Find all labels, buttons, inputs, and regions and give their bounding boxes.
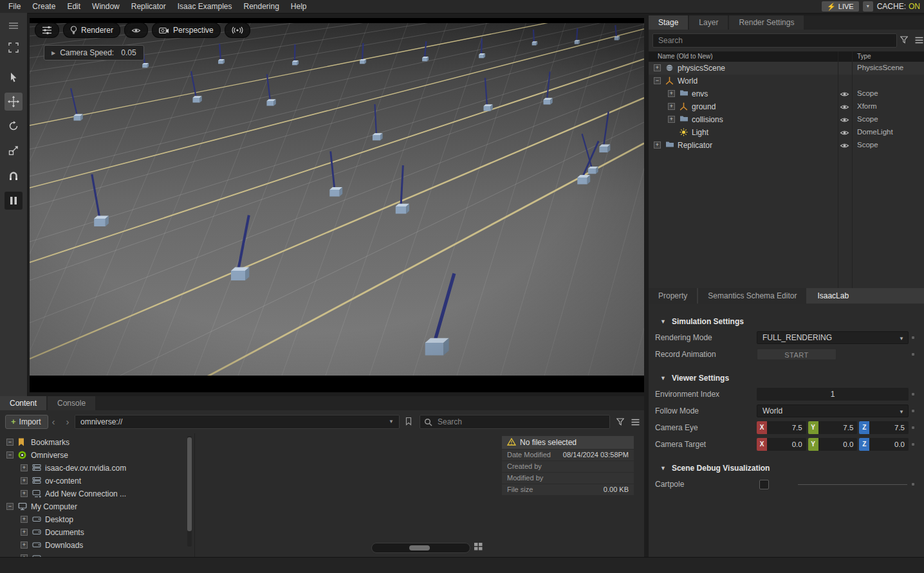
menu-rendering[interactable]: Rendering: [237, 0, 284, 13]
column-name[interactable]: Name (Old to New): [658, 51, 713, 62]
cartpole-checkbox[interactable]: [759, 480, 769, 489]
axis-value[interactable]: 0.0: [818, 438, 858, 451]
expander-icon[interactable]: +: [654, 141, 661, 149]
content-tab-console[interactable]: Console: [48, 396, 95, 410]
expander-icon[interactable]: +: [21, 529, 28, 536]
axis-value[interactable]: 7.5: [869, 421, 909, 434]
section-header-viewer-settings[interactable]: ▼Viewer Settings: [649, 370, 924, 386]
tree-row-add-new-connection[interactable]: +Add New Connection ...: [0, 487, 193, 500]
options-menu-icon[interactable]: [915, 37, 923, 46]
tree-row-ov-content[interactable]: +ov-content: [0, 475, 193, 487]
reset-indicator[interactable]: [912, 353, 914, 356]
stage-tab-render-settings[interactable]: Render Settings: [729, 15, 804, 30]
tree-row-documents[interactable]: +Documents: [0, 526, 193, 539]
tree-row-bookmarks[interactable]: −Bookmarks: [0, 436, 193, 449]
pause-button[interactable]: [5, 192, 23, 210]
stage-tab-stage[interactable]: Stage: [649, 15, 688, 30]
chevron-down-icon[interactable]: ▼: [389, 419, 394, 424]
menu-file[interactable]: File: [3, 0, 26, 13]
section-header-simulation-settings[interactable]: ▼Simulation Settings: [649, 314, 924, 329]
grid-view-toggle-icon[interactable]: [474, 542, 483, 552]
menu-isaac-examples[interactable]: Isaac Examples: [172, 0, 238, 13]
camera-eye-z-field[interactable]: Z7.5: [859, 421, 909, 434]
camera-target-y-field[interactable]: Y0.0: [808, 438, 858, 451]
follow-mode-dropdown[interactable]: World▼: [757, 405, 909, 417]
expander-icon[interactable]: +: [668, 103, 675, 110]
forward-button[interactable]: ›: [62, 415, 73, 429]
menu-edit[interactable]: Edit: [61, 0, 86, 13]
reset-indicator[interactable]: [912, 426, 914, 429]
camera-target-z-field[interactable]: Z0.0: [859, 438, 909, 451]
menu-help[interactable]: Help: [285, 0, 313, 13]
tree-row-isaac-dev-ov-nvidia-com[interactable]: +isaac-dev.ov.nvidia.com: [0, 462, 193, 475]
visibility-eye-icon[interactable]: [840, 116, 849, 125]
expander-icon[interactable]: −: [6, 439, 14, 446]
axis-value[interactable]: 0.0: [869, 438, 909, 451]
camera-eye-x-field[interactable]: X7.5: [757, 421, 806, 434]
toolbar-menu-button[interactable]: [5, 17, 23, 35]
live-button[interactable]: ⚡ LIVE: [822, 1, 859, 12]
property-tab-property[interactable]: Property: [649, 288, 697, 304]
content-search-input[interactable]: [436, 417, 609, 427]
expander-icon[interactable]: −: [6, 503, 14, 510]
visibility-eye-icon[interactable]: [840, 142, 849, 151]
stage-row-replicator[interactable]: +ReplicatorScope: [649, 139, 924, 152]
expander-icon[interactable]: +: [21, 516, 28, 523]
reset-indicator[interactable]: [912, 443, 914, 446]
visibility-eye-icon[interactable]: [840, 129, 849, 138]
expander-icon[interactable]: −: [6, 451, 14, 459]
viewport-3d[interactable]: Renderer Perspective ▶ Camera Speed: 0.0…: [30, 18, 644, 392]
scrollbar-thumb[interactable]: [187, 437, 192, 531]
environment-index-field[interactable]: 1: [757, 388, 909, 401]
stage-row-world[interactable]: −World: [649, 75, 924, 87]
filter-funnel-icon[interactable]: [616, 418, 624, 428]
camera-target-x-field[interactable]: X0.0: [757, 438, 806, 451]
rotate-tool-button[interactable]: [5, 117, 23, 135]
menu-create[interactable]: Create: [26, 0, 61, 13]
property-tab-isaaclab[interactable]: IsaacLab: [808, 288, 858, 304]
expander-icon[interactable]: +: [668, 90, 675, 97]
move-tool-button[interactable]: [5, 93, 23, 111]
expander-icon[interactable]: +: [668, 116, 675, 123]
stage-tab-layer[interactable]: Layer: [689, 15, 728, 30]
property-tab-semantics-schema-editor[interactable]: Semantics Schema Editor: [698, 288, 806, 304]
tree-row-my-computer[interactable]: −My Computer: [0, 500, 193, 513]
expander-icon[interactable]: −: [654, 77, 661, 84]
broadcast-button[interactable]: [225, 23, 250, 38]
expander-icon[interactable]: +: [21, 541, 28, 549]
content-search-box[interactable]: [420, 415, 610, 429]
stage-row-physicsscene[interactable]: +physicsScenePhysicsScene: [649, 62, 924, 75]
visibility-menu-button[interactable]: [124, 23, 148, 38]
viewport-settings-button[interactable]: [35, 23, 59, 38]
camera-eye-y-field[interactable]: Y7.5: [808, 421, 858, 434]
expander-icon[interactable]: +: [21, 490, 28, 497]
live-dropdown-button[interactable]: ▾: [863, 1, 873, 12]
start-button[interactable]: START: [757, 349, 836, 360]
rendering-mode-dropdown[interactable]: FULL_RENDERING▼: [757, 331, 909, 344]
import-button[interactable]: + Import: [5, 415, 48, 429]
thumbnail-size-slider[interactable]: [371, 543, 470, 553]
stage-row-light[interactable]: LightDomeLight: [649, 126, 924, 139]
scale-tool-button[interactable]: [5, 141, 23, 159]
visibility-eye-icon[interactable]: [840, 104, 849, 113]
axis-value[interactable]: 7.5: [818, 421, 858, 434]
reset-indicator[interactable]: [912, 393, 914, 396]
stage-row-ground[interactable]: +groundXform: [649, 100, 924, 113]
tree-row-item[interactable]: +: [0, 552, 193, 557]
column-type[interactable]: Type: [857, 51, 871, 62]
bookmark-ribbon-icon[interactable]: [405, 417, 412, 428]
reset-indicator[interactable]: [912, 336, 914, 339]
menu-replicator[interactable]: Replicator: [125, 0, 172, 13]
options-menu-icon[interactable]: [631, 419, 640, 428]
expander-icon[interactable]: +: [21, 464, 28, 471]
path-input[interactable]: [75, 415, 400, 429]
tree-row-desktop[interactable]: +Desktop: [0, 513, 193, 526]
stage-search-input[interactable]: [652, 33, 897, 48]
axis-value[interactable]: 0.0: [767, 438, 806, 451]
tree-row-downloads[interactable]: +Downloads: [0, 539, 193, 552]
select-tool-button[interactable]: [5, 39, 23, 57]
snap-tool-button[interactable]: [5, 167, 23, 185]
cursor-tool-button[interactable]: [5, 68, 23, 86]
visibility-eye-icon[interactable]: [840, 91, 849, 100]
tree-row-omniverse[interactable]: −Omniverse: [0, 449, 193, 462]
